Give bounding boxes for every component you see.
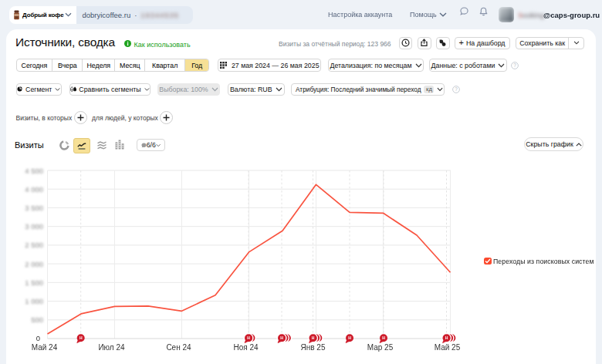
svg-text:3 500: 3 500	[25, 204, 43, 212]
svg-text:Янв 25: Янв 25	[301, 343, 326, 352]
svg-text:Н: Н	[280, 335, 283, 340]
svg-text:500: 500	[31, 315, 43, 324]
svg-text:1 000: 1 000	[25, 297, 43, 305]
svg-text:Н: Н	[382, 335, 385, 340]
svg-text:0: 0	[36, 334, 40, 342]
svg-text:4 000: 4 000	[25, 185, 43, 194]
svg-text:2 000: 2 000	[25, 260, 43, 268]
svg-text:Июл 24: Июл 24	[98, 343, 125, 352]
svg-text:Мар 25: Мар 25	[367, 343, 394, 352]
svg-text:4 500: 4 500	[25, 167, 43, 175]
svg-text:Ноя 24: Ноя 24	[233, 343, 259, 352]
svg-text:Н: Н	[247, 335, 250, 340]
svg-text:1 500: 1 500	[25, 278, 43, 287]
svg-text:Н: Н	[79, 335, 83, 340]
svg-text:Май 25: Май 25	[435, 343, 461, 352]
svg-text:Май 24: Май 24	[32, 343, 58, 352]
svg-text:3 000: 3 000	[25, 222, 43, 231]
svg-text:Н: Н	[445, 335, 448, 340]
svg-text:Н: Н	[348, 335, 351, 340]
svg-text:Сен 24: Сен 24	[166, 343, 191, 352]
svg-text:2 500: 2 500	[25, 241, 43, 249]
svg-text:Н: Н	[312, 335, 315, 340]
